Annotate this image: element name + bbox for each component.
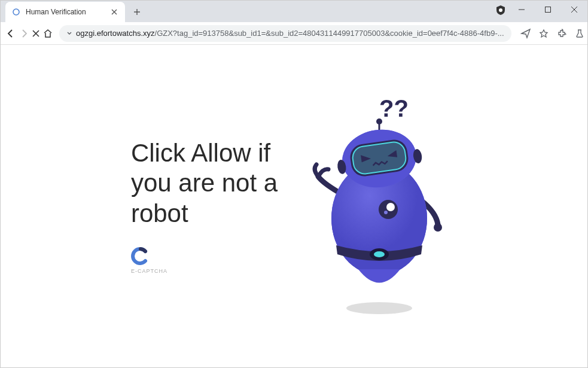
toolbar-actions: [517, 25, 588, 42]
stop-reload-button[interactable]: [32, 25, 40, 42]
svg-point-15: [386, 203, 395, 211]
svg-point-11: [434, 223, 442, 232]
address-bar[interactable]: ogzgi.efortowatchs.xyz/GZX?tag_id=913758…: [59, 25, 511, 42]
titlebar: Human Verification: [1, 1, 587, 22]
bookmark-icon[interactable]: [535, 25, 552, 42]
browser-toolbar: ogzgi.efortowatchs.xyz/GZX?tag_id=913758…: [1, 22, 587, 45]
svg-point-1: [499, 8, 502, 12]
close-window-button[interactable]: [561, 1, 587, 19]
site-info-dropdown-icon[interactable]: [66, 29, 72, 38]
svg-point-0: [13, 9, 19, 15]
text-block: Click Allow if you are not a robot E-CAP…: [131, 138, 278, 274]
url-text: ogzgi.efortowatchs.xyz/GZX?tag_id=913758…: [76, 29, 504, 38]
svg-point-18: [374, 251, 385, 257]
back-button[interactable]: [5, 25, 16, 42]
svg-rect-2: [546, 7, 551, 13]
labs-icon[interactable]: [571, 25, 588, 42]
svg-point-10: [376, 118, 382, 124]
send-tab-icon[interactable]: [517, 25, 534, 42]
ublock-icon[interactable]: [495, 4, 507, 16]
maximize-button[interactable]: [535, 1, 561, 19]
svg-point-16: [384, 211, 388, 214]
tab-title: Human Verification: [26, 8, 105, 16]
captcha-badge: E-CAPTCHA: [131, 247, 278, 274]
browser-tab[interactable]: Human Verification: [5, 2, 125, 22]
browser-window: Human Verification: [0, 0, 588, 368]
tab-close-button[interactable]: [109, 7, 119, 17]
forward-button[interactable]: [19, 25, 29, 42]
captcha-label: E-CAPTCHA: [131, 268, 167, 274]
page-content: Click Allow if you are not a robot E-CAP…: [1, 45, 587, 367]
extensions-icon[interactable]: [553, 25, 570, 42]
home-button[interactable]: [42, 25, 53, 42]
new-tab-button[interactable]: [129, 4, 145, 20]
tab-favicon-icon: [11, 7, 21, 17]
question-marks-icon: ??: [379, 95, 409, 121]
captcha-logo-icon: [131, 247, 150, 266]
robot-illustration: ??: [301, 93, 457, 320]
window-controls: [508, 1, 587, 19]
headline: Click Allow if you are not a robot: [131, 138, 278, 229]
minimize-button[interactable]: [508, 1, 535, 19]
svg-point-8: [346, 302, 412, 314]
